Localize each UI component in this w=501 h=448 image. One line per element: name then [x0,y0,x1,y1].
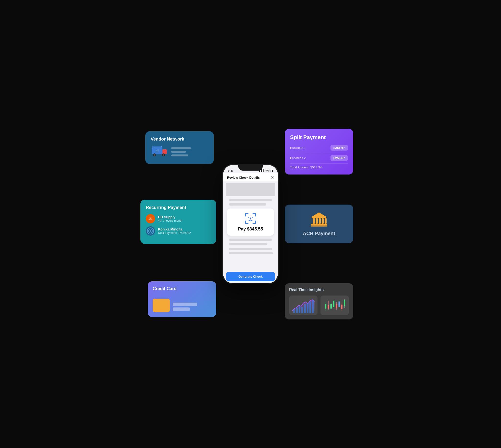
content-line-3 [229,239,272,241]
hd-supply-text: HD Supply 4th of every month [158,215,182,223]
split-payment-card: Split Payment Business 1 $256.67 Busines… [285,129,353,175]
recurring-payment-card: Recurring Payment H|D SUPPLY HD Supply 4… [140,200,216,244]
phone-screen: 9:41 ▌▌▌ WiFi ▮ Review Check Details ✕ [223,165,278,283]
svg-rect-17 [322,218,324,224]
svg-rect-22 [293,309,295,313]
candle-chart-svg [322,297,347,313]
svg-rect-23 [296,308,298,313]
svg-rect-31 [325,304,326,308]
split-divider [290,153,348,153]
modal-title: Review Check Details [227,176,260,179]
svg-rect-45 [344,300,345,305]
svg-rect-13 [312,217,326,218]
insights-title: Real Time Insights [289,288,349,292]
close-button[interactable]: ✕ [271,175,274,180]
svg-rect-16 [319,218,321,224]
scene: Vendor Network 🛒 [140,124,361,324]
vendor-line-2 [171,151,186,153]
modal-header: Review Check Details ✕ [223,173,278,181]
svg-rect-27 [307,303,308,313]
vendor-lines [171,147,191,156]
svg-rect-33 [328,305,329,309]
svg-rect-20 [311,225,327,226]
konica-text: Konika Minolta Next payment: 07/03/202 [158,227,191,235]
pay-amount: Pay $345.55 [238,226,263,232]
konica-sub: Next payment: 07/03/202 [158,231,191,235]
vendor-line-3 [171,155,188,156]
svg-rect-41 [339,301,340,307]
split-total: Total Amount: $513.34 [290,165,348,169]
split-label-2: Business 2 [290,156,306,160]
credit-card-shape [153,299,170,312]
svg-text:🛒: 🛒 [155,149,160,153]
konica-logo [146,226,155,236]
credit-card-widget: Credit Card [148,281,216,317]
split-divider-2 [290,163,348,163]
wifi-icon: WiFi [266,169,270,172]
generate-check-button[interactable]: Generate Check [226,272,275,281]
bank-icon [310,211,328,228]
svg-rect-39 [336,304,337,308]
ach-payment-card: ACH Payment [285,205,353,243]
svg-rect-29 [312,300,314,313]
face-id-icon [244,212,257,224]
svg-point-47 [252,217,253,218]
vendor-card-content: 🛒 [151,145,208,159]
recurring-card-title: Recurring Payment [146,205,211,210]
split-amount-2: $256.67 [331,155,348,161]
content-line-1 [229,199,272,201]
content-line-6 [229,252,273,254]
split-amount-1: $256.67 [331,145,348,151]
content-line-5 [229,248,272,250]
hd-supply-name: HD Supply [158,215,182,219]
vendor-card-title: Vendor Network [151,137,208,142]
phone-container: 9:41 ▌▌▌ WiFi ▮ Review Check Details ✕ [222,164,279,284]
phone: 9:41 ▌▌▌ WiFi ▮ Review Check Details ✕ [222,164,279,284]
svg-rect-28 [309,301,311,313]
split-row-1: Business 1 $256.67 [290,145,348,151]
content-block-1 [226,183,275,196]
phone-content: Pay $345.55 Generate Check [223,181,278,283]
status-time: 9:41 [228,167,233,172]
split-card-title: Split Payment [290,134,348,141]
svg-rect-15 [316,218,318,224]
svg-point-10 [150,230,151,232]
ach-card-title: ACH Payment [303,231,335,236]
credit-card-lines [173,300,197,311]
hd-supply-logo: H|D SUPPLY [146,214,155,224]
svg-rect-24 [299,306,301,313]
candle-chart-box [320,295,349,315]
svg-point-3 [154,154,155,156]
vendor-line-1 [171,147,191,149]
recurring-item-konica: Konika Minolta Next payment: 07/03/202 [146,226,211,236]
credit-card-strip-1 [173,303,197,306]
svg-rect-14 [313,218,315,224]
battery-icon: ▮ [271,169,273,172]
content-line-2 [229,203,266,206]
svg-point-5 [163,154,164,156]
svg-rect-26 [304,304,306,313]
line-chart-box [289,295,317,315]
svg-point-46 [248,217,249,218]
vendor-network-card: Vendor Network 🛒 [145,131,214,164]
split-label-1: Business 1 [290,146,306,150]
svg-rect-19 [311,224,327,225]
svg-rect-43 [341,304,342,309]
credit-card-strip-2 [173,307,190,311]
phone-notch [238,164,263,171]
pay-card: Pay $345.55 [227,208,274,236]
svg-rect-18 [325,218,327,224]
recurring-item-hd: H|D SUPPLY HD Supply 4th of every month [146,214,211,224]
truck-icon: 🛒 [151,145,168,159]
svg-rect-25 [301,307,303,313]
hd-supply-sub: 4th of every month [158,219,182,223]
content-line-4 [229,243,267,245]
insights-card: Real Time Insights [285,283,353,320]
svg-rect-1 [162,149,167,154]
konica-name: Konika Minolta [158,227,191,231]
credit-card-title: Credit Card [153,286,211,291]
svg-rect-37 [333,301,334,307]
charts-row [289,295,349,315]
line-chart-svg [291,297,316,313]
split-row-2: Business 2 $256.67 [290,155,348,161]
